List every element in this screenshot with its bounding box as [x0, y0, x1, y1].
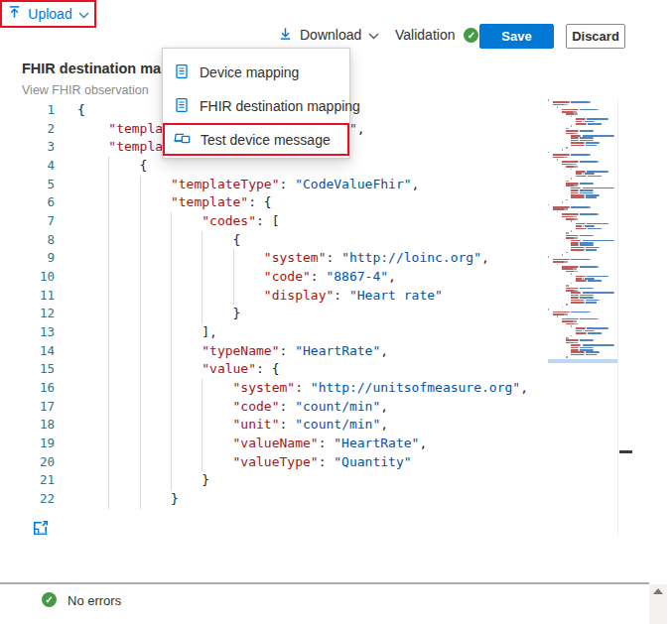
minimap-line	[593, 288, 594, 290]
minimap-line	[580, 192, 593, 194]
download-icon	[278, 26, 293, 45]
download-button-label: Download	[300, 27, 361, 43]
minimap-line	[571, 154, 589, 156]
code-editor[interactable]: 1{2 "templateType": "CollectionFhir",3 "…	[0, 99, 617, 514]
upload-icon[interactable]	[7, 5, 22, 24]
minimap-line	[580, 266, 597, 268]
minimap-line	[586, 176, 587, 178]
minimap-line	[576, 228, 586, 230]
indent-guide	[108, 416, 109, 435]
minimap-line	[578, 339, 579, 341]
minimap-line	[574, 237, 577, 239]
indent-guide	[171, 342, 172, 361]
download-button[interactable]: Download	[278, 22, 379, 48]
minimap-line	[578, 318, 579, 320]
minimap-line	[553, 208, 565, 210]
minimap-line	[569, 259, 570, 261]
chevron-down-icon[interactable]	[78, 5, 89, 23]
code-line: 9 "system": "http://loinc.org",	[0, 249, 617, 268]
minimap-line	[571, 247, 584, 249]
minimap-line	[566, 128, 568, 130]
indent-guide	[140, 471, 141, 490]
minimap-line	[571, 312, 589, 313]
minimap-line	[613, 344, 614, 346]
minimap-line	[571, 189, 578, 191]
minimap-line	[593, 189, 594, 191]
minimap-line	[593, 137, 594, 139]
minimap-line	[584, 194, 585, 196]
expand-editor-button[interactable]	[30, 520, 50, 540]
minimap-line	[578, 213, 579, 215]
minimap-line	[580, 349, 593, 351]
indent-guide	[140, 453, 141, 472]
minimap-line	[587, 118, 607, 120]
indent-guide	[140, 249, 141, 268]
minimap-line	[576, 276, 585, 278]
minimap-line	[585, 327, 586, 329]
minimap-line	[553, 259, 569, 261]
minimap-line	[580, 135, 581, 137]
minimap-line	[593, 339, 594, 341]
minimap-line	[587, 276, 607, 278]
minimap-line	[566, 185, 574, 187]
minimap-line	[597, 161, 598, 163]
minimap-line	[589, 101, 590, 103]
save-button[interactable]: Save	[479, 24, 554, 49]
line-number: 16	[0, 379, 55, 398]
minimap-line	[578, 130, 579, 132]
minimap-line	[593, 130, 594, 132]
minimap-line	[584, 145, 585, 147]
minimap-line	[566, 323, 574, 325]
indent-guide	[108, 471, 109, 490]
minimap-line	[557, 264, 558, 266]
indent-guide	[108, 323, 109, 342]
minimap-line	[574, 323, 577, 325]
vertical-scrollbar[interactable]	[649, 584, 667, 624]
indent-guide	[171, 268, 172, 287]
upload-button[interactable]: Upload	[28, 6, 71, 22]
minimap-line	[578, 288, 579, 290]
fhir-mapping-page: Upload Download Validation Save Discard …	[0, 0, 672, 624]
menu-item-device-mapping[interactable]: Device mapping	[163, 56, 349, 89]
code-line: 11 "display": "Heart rate"	[0, 287, 617, 306]
minimap-line	[562, 216, 574, 218]
indent-guide	[140, 416, 141, 435]
minimap-line	[574, 342, 577, 344]
minimap-line	[571, 300, 584, 302]
minimap-line	[584, 302, 585, 304]
minimap-line	[585, 118, 586, 120]
minimap-line	[562, 320, 574, 322]
minimap-line	[576, 225, 583, 227]
minimap-line	[571, 140, 578, 142]
minimap-line	[557, 106, 558, 108]
minimap-line	[580, 140, 593, 142]
minimap-line	[566, 183, 578, 185]
minimap-line	[548, 99, 549, 101]
line-number: 20	[0, 453, 55, 472]
indent-guide	[202, 268, 202, 287]
minimap-line	[593, 235, 594, 237]
code-line-text: "unit": "count/min",	[77, 416, 388, 435]
minimap-line	[574, 290, 577, 292]
validation-success-icon	[464, 28, 478, 43]
chevron-down-icon	[368, 26, 379, 44]
minimap-line	[566, 337, 568, 339]
minimap-line	[597, 213, 598, 215]
code-line: 12 }	[0, 305, 617, 323]
menu-item-fhir-destination-mapping[interactable]: FHIR destination mapping	[163, 89, 349, 123]
discard-button[interactable]: Discard	[566, 24, 625, 49]
minimap-line	[573, 164, 576, 166]
indent-guide	[171, 231, 172, 250]
minimap-line	[574, 185, 577, 187]
minimap-line	[576, 123, 586, 125]
minimap-line	[588, 228, 602, 230]
minimap-line	[593, 242, 594, 244]
minimap-line	[599, 247, 600, 249]
minimap-line	[562, 213, 578, 215]
minimap-line	[580, 137, 593, 139]
code-line-text: "code": "8867-4",	[77, 268, 396, 287]
minimap-line	[571, 196, 584, 198]
menu-item-test-device-message[interactable]: Test device message	[163, 123, 349, 157]
minimap[interactable]	[548, 99, 617, 367]
indent-guide	[108, 435, 109, 453]
